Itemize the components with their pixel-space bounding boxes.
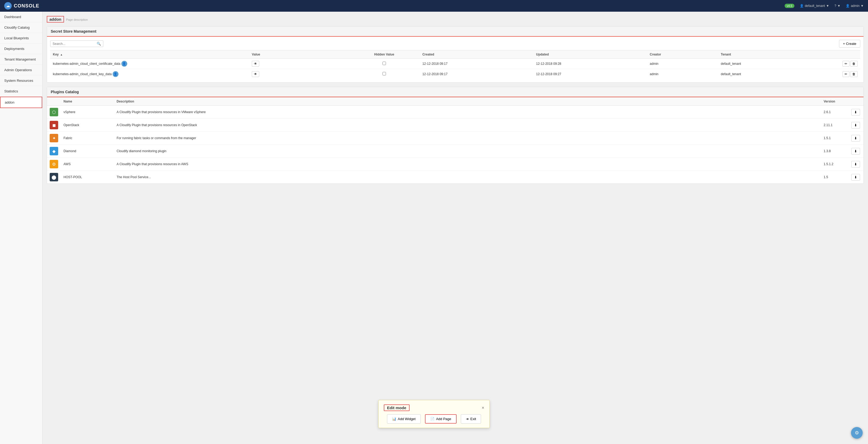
sidebar-item-cloudify-catalog[interactable]: Cloudify Catalog — [0, 22, 42, 33]
edit-secret-button[interactable]: ✏ — [842, 61, 849, 67]
plugin-name-cell: Diamond — [61, 145, 114, 158]
plugin-table-row: ⚙ AWS A Cloudify Plugin that provisions … — [47, 158, 864, 171]
plugin-name-cell: OpenStack — [61, 119, 114, 132]
col-header-hidden: Hidden Value — [349, 51, 420, 59]
sidebar-item-statistics[interactable]: Statistics — [0, 86, 42, 97]
download-plugin-button[interactable]: ⬇ — [851, 174, 860, 181]
hidden-value-checkbox[interactable] — [382, 62, 386, 65]
person-icon[interactable]: 👤 — [113, 71, 119, 77]
sidebar-item-system-resources[interactable]: System Resources — [0, 75, 42, 86]
page-description: Page description — [66, 18, 88, 21]
secret-key-cell: kubernetes-admin_cloud_client_certificat… — [50, 59, 249, 69]
plugin-icon: ◼ — [50, 121, 58, 129]
main-content: addon Page description Secret Store Mana… — [42, 12, 868, 444]
secret-store-title: Secret Store Management — [47, 27, 864, 37]
download-plugin-button[interactable]: ⬇ — [851, 161, 860, 167]
delete-secret-button[interactable]: 🗑 — [850, 61, 858, 67]
sort-key-icon: ▲ — [60, 53, 63, 56]
person-icon[interactable]: 👤 — [121, 61, 127, 67]
plugin-icon-cell: ◆ — [47, 145, 61, 158]
add-widget-button[interactable]: 📊 Add Widget — [387, 414, 421, 423]
tenant-selector[interactable]: 👤 default_tenant ▼ — [800, 4, 829, 8]
secret-store-panel: Secret Store Management 🔍 + Create Key — [47, 26, 864, 83]
logo-area: ☁ CONSOLE — [4, 2, 39, 9]
user-menu[interactable]: 👤 admin ▼ — [846, 4, 864, 8]
create-secret-button[interactable]: + Create — [839, 40, 860, 47]
secret-hidden-cell — [349, 69, 420, 80]
secret-actions-cell: ✏ 🗑 — [803, 59, 860, 69]
plugin-name-cell: AWS — [61, 158, 114, 171]
secret-key-cell: kubernetes-admin_cloud_client_key_data 👤 — [50, 69, 249, 80]
secret-creator-cell: admin — [647, 69, 718, 80]
plugins-catalog-panel: Plugins Catalog Name Description Version — [47, 87, 864, 184]
search-input[interactable] — [53, 42, 97, 46]
plugin-table-row: ◆ Diamond Cloudify diamond monitoring pl… — [47, 145, 864, 158]
plugin-action-cell: ⬇ — [847, 145, 864, 158]
plugin-icon: ✦ — [50, 134, 58, 142]
secret-table-row: kubernetes-admin_cloud_client_certificat… — [50, 59, 860, 69]
col-header-actions — [803, 51, 860, 59]
secret-created-cell: 12-12-2018 09:17 — [420, 59, 533, 69]
download-plugin-button[interactable]: ⬇ — [851, 135, 860, 141]
plugins-table: Name Description Version ⬡ vSphere A Clo… — [47, 97, 864, 184]
plugins-catalog-body: Name Description Version ⬡ vSphere A Clo… — [47, 97, 864, 184]
help-dropdown-icon: ▼ — [837, 4, 841, 8]
plugin-desc-cell: For running fabric tasks or commands fro… — [114, 132, 821, 145]
delete-secret-button[interactable]: 🗑 — [850, 71, 858, 77]
plugin-version-cell: 1.5 — [821, 171, 847, 184]
exit-button[interactable]: ➜ Exit — [461, 414, 481, 423]
plugin-icon: ⚙ — [50, 160, 58, 168]
secret-store-table: Key ▲ Value Hidden Value Created Updated… — [50, 50, 860, 79]
sidebar-item-deployments[interactable]: Deployments — [0, 43, 42, 54]
plugin-icon-cell: ◼ — [47, 119, 61, 132]
plugin-icon-cell: ⬡ — [47, 106, 61, 119]
col-header-plugin-desc: Description — [114, 97, 821, 106]
download-plugin-button[interactable]: ⬇ — [851, 109, 860, 116]
col-header-plugin-icon — [47, 97, 61, 106]
top-navigation: ☁ CONSOLE v4.5 👤 default_tenant ▼ ? ▼ 👤 … — [0, 0, 868, 12]
reveal-value-button[interactable]: 👁 — [252, 71, 259, 77]
search-box[interactable]: 🔍 — [50, 40, 103, 47]
sidebar-item-admin-operations[interactable]: Admin Operations — [0, 65, 42, 75]
secret-table-row: kubernetes-admin_cloud_client_key_data 👤… — [50, 69, 860, 80]
col-header-value: Value — [249, 51, 349, 59]
reveal-value-button[interactable]: 👁 — [252, 61, 259, 67]
close-edit-mode-button[interactable]: × — [482, 406, 484, 410]
sidebar-item-dashboard[interactable]: Dashboard — [0, 12, 42, 22]
sidebar-item-local-blueprints[interactable]: Local Blueprints — [0, 33, 42, 43]
plugin-name-cell: Fabric — [61, 132, 114, 145]
secret-actions-cell: ✏ 🗑 — [803, 69, 860, 80]
hidden-value-checkbox[interactable] — [382, 72, 386, 75]
edit-mode-header: Edit mode × — [384, 405, 484, 411]
download-plugin-button[interactable]: ⬇ — [851, 122, 860, 129]
add-page-button[interactable]: 📄 Add Page — [425, 414, 457, 423]
secret-hidden-cell — [349, 59, 420, 69]
app-title: CONSOLE — [14, 3, 39, 9]
sidebar-item-addon[interactable]: addon — [0, 97, 42, 108]
exit-icon: ➜ — [466, 417, 469, 421]
secret-tenant-cell: default_tenant — [718, 59, 803, 69]
download-plugin-button[interactable]: ⬇ — [851, 148, 860, 155]
plugin-icon-cell: ⬤ — [47, 171, 61, 184]
plugin-action-cell: ⬇ — [847, 132, 864, 145]
plugin-desc-cell: The Host Pool Service... — [114, 171, 821, 184]
help-menu[interactable]: ? ▼ — [835, 4, 841, 8]
secret-updated-cell: 12-12-2018 09:28 — [533, 59, 647, 69]
edit-mode-popup: Edit mode × 📊 Add Widget 📄 Add Page ➜ Ex… — [378, 400, 490, 428]
plugins-table-header-row: Name Description Version — [47, 97, 864, 106]
logo-icon: ☁ — [4, 2, 12, 9]
secret-store-body: 🔍 + Create Key ▲ Value Hidden Value — [47, 37, 864, 82]
plugin-icon: ⬡ — [50, 108, 58, 116]
secret-creator-cell: admin — [647, 59, 718, 69]
page-title: addon — [47, 16, 64, 23]
secret-table-header-row: Key ▲ Value Hidden Value Created Updated… — [50, 51, 860, 59]
edit-secret-button[interactable]: ✏ — [842, 71, 849, 77]
sidebar-item-tenant-management[interactable]: Tenant Management — [0, 54, 42, 65]
plugin-table-row: ◼ OpenStack A Cloudify Plugin that provi… — [47, 119, 864, 132]
fab-button[interactable]: ⚙ — [851, 427, 863, 439]
col-header-key: Key ▲ — [50, 51, 249, 59]
search-icon[interactable]: 🔍 — [97, 42, 101, 46]
plugin-desc-cell: A Cloudify Plugin that provisions resour… — [114, 119, 821, 132]
plugin-version-cell: 1.3.8 — [821, 145, 847, 158]
secret-updated-cell: 12-12-2018 09:27 — [533, 69, 647, 80]
